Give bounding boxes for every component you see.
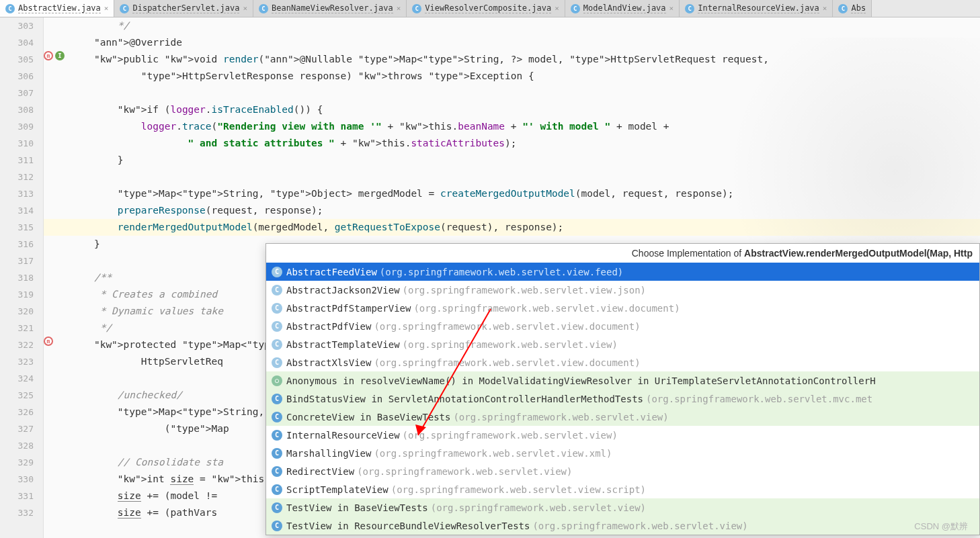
line-number: 310 — [0, 135, 34, 152]
code-line[interactable]: */ — [71, 17, 980, 34]
code-line[interactable]: } — [71, 152, 980, 169]
impl-package: (org.springframework.web.servlet.view.do… — [413, 302, 680, 315]
code-line[interactable] — [71, 85, 980, 101]
close-icon[interactable]: × — [669, 4, 674, 13]
impl-package: (org.springframework.web.servlet.view.js… — [403, 283, 646, 297]
impl-package: (org.springframework.web.servlet.view.do… — [374, 356, 640, 369]
line-number: 305 — [0, 51, 34, 68]
class-icon: C — [685, 4, 694, 13]
close-icon[interactable]: × — [555, 4, 559, 13]
impl-item-abstractjackson2view[interactable]: CAbstractJackson2View (org.springframewo… — [266, 281, 979, 299]
tab-dispatcherservlet-java[interactable]: CDispatcherServlet.java× — [114, 0, 253, 17]
impl-item-scripttemplateview[interactable]: CScriptTemplateView (org.springframework… — [266, 480, 979, 498]
impl-name: AbstractFeedView — [286, 265, 377, 279]
popup-title: Choose Implementation of AbstractView.re… — [266, 244, 979, 263]
impl-item-abstractpdfstamperview[interactable]: CAbstractPdfStamperView (org.springframe… — [266, 299, 979, 317]
impl-item-internalresourceview[interactable]: CInternalResourceView (org.springframewo… — [266, 426, 979, 444]
tab-beannameviewresolver-java[interactable]: CBeanNameViewResolver.java× — [253, 0, 407, 17]
impl-item-marshallingview[interactable]: CMarshallingView (org.springframework.we… — [266, 444, 979, 462]
impl-package: (org.springframework.web.servlet.view) — [532, 519, 747, 533]
tab-abs[interactable]: CAbs — [833, 0, 872, 17]
line-number: 307 — [0, 85, 34, 101]
class-icon: C — [272, 521, 282, 531]
impl-item-testview[interactable]: CTestView in BaseViewTests (org.springfr… — [266, 498, 979, 517]
line-number: 304 — [0, 34, 34, 51]
code-line[interactable]: prepareResponse(request, response); — [71, 202, 980, 219]
line-number: 327 — [0, 420, 34, 437]
impl-name: Anonymous in resolveViewName() in ModelV… — [286, 374, 876, 388]
impl-package: (org.springframework.web.servlet.view) — [453, 410, 668, 424]
line-number: 321 — [0, 320, 34, 337]
line-number: 319 — [0, 286, 34, 303]
class-icon: ○ — [272, 375, 282, 386]
tab-label: BeanNameViewResolver.java — [272, 3, 393, 13]
class-icon: C — [272, 339, 282, 350]
impl-name: BindStatusView in ServletAnnotationContr… — [286, 392, 643, 406]
impl-item-abstractpdfview[interactable]: CAbstractPdfView (org.springframework.we… — [266, 317, 979, 335]
line-number: 326 — [0, 404, 34, 420]
line-number: 323 — [0, 353, 34, 370]
class-icon: C — [272, 357, 282, 368]
impl-name: ScriptTemplateView — [286, 483, 389, 496]
close-icon[interactable]: × — [104, 4, 109, 13]
tab-viewresolvercomposite-java[interactable]: CViewResolverComposite.java× — [407, 0, 565, 17]
impl-item-bindstatusview[interactable]: CBindStatusView in ServletAnnotationCont… — [266, 390, 979, 408]
class-icon: C — [272, 412, 282, 422]
line-number: 308 — [0, 101, 34, 118]
choose-implementation-popup: Choose Implementation of AbstractView.re… — [266, 243, 980, 535]
impl-item-abstractfeedview[interactable]: CAbstractFeedView (org.springframework.w… — [266, 263, 979, 281]
code-line[interactable]: "ann">@Override — [71, 34, 980, 51]
impl-item-abstractxlsview[interactable]: CAbstractXlsView (org.springframework.we… — [266, 353, 979, 371]
tab-label: DispatcherServlet.java — [132, 3, 239, 13]
tab-internalresourceview-java[interactable]: CInternalResourceView.java× — [680, 0, 833, 17]
class-icon: C — [838, 4, 848, 13]
impl-item-redirectview[interactable]: CRedirectView (org.springframework.web.s… — [266, 462, 979, 480]
tab-label: AbstractView.java — [18, 3, 101, 13]
impl-item-anonymous[interactable]: ○Anonymous in resolveViewName() in Model… — [266, 371, 979, 390]
line-number: 312 — [0, 169, 34, 185]
tab-abstractview-java[interactable]: CAbstractView.java× — [0, 0, 114, 17]
impl-package: (org.springframework.web.servlet.view) — [403, 429, 618, 442]
impl-item-abstracttemplateview[interactable]: CAbstractTemplateView (org.springframewo… — [266, 335, 979, 353]
code-line[interactable]: logger.trace("Rendering view with name '… — [71, 118, 980, 135]
class-icon: C — [259, 4, 268, 13]
code-line[interactable]: "kw">if (logger.isTraceEnabled()) { — [71, 101, 980, 118]
impl-item-testview[interactable]: CTestView in ResourceBundleViewResolverT… — [266, 517, 979, 535]
code-line[interactable]: renderMergedOutputModel(mergedModel, get… — [44, 219, 980, 236]
line-number: 332 — [0, 504, 34, 521]
line-number: 322 — [0, 337, 34, 353]
close-icon[interactable]: × — [243, 4, 247, 13]
impl-package: (org.springframework.web.servlet.view) — [403, 338, 618, 351]
code-line[interactable]: "type">HttpServletResponse response) "kw… — [71, 68, 980, 85]
class-icon: C — [272, 267, 282, 277]
tab-modelandview-java[interactable]: CModelAndView.java× — [565, 0, 680, 17]
line-number: 317 — [0, 253, 34, 269]
class-icon: C — [272, 285, 282, 296]
impl-package: (org.springframework.web.servlet.view.xm… — [374, 447, 612, 460]
class-icon: C — [272, 466, 282, 477]
watermark: CSDN @默辨 — [914, 521, 968, 533]
code-line[interactable]: " and static attributes " + "kw">this.st… — [71, 135, 980, 152]
code-line[interactable] — [71, 169, 980, 185]
class-icon: C — [120, 4, 129, 13]
impl-name: MarshallingView — [286, 447, 371, 460]
code-line[interactable]: "kw">public "kw">void render("ann">@Null… — [71, 51, 980, 68]
code-line[interactable]: "type">Map<"type">String, "type">Object>… — [71, 185, 980, 202]
class-icon: C — [272, 321, 282, 332]
line-number: 329 — [0, 454, 34, 471]
close-icon[interactable]: × — [823, 4, 827, 13]
tab-label: Abs — [851, 3, 866, 13]
tab-label: ViewResolverComposite.java — [425, 3, 551, 13]
impl-package: (org.springframework.web.servlet.view.fe… — [380, 265, 623, 279]
class-icon: C — [272, 484, 282, 495]
close-icon[interactable]: × — [397, 4, 401, 13]
editor-tabbar: CAbstractView.java×CDispatcherServlet.ja… — [0, 0, 980, 17]
line-number: 303 — [0, 17, 34, 34]
line-number: 306 — [0, 68, 34, 85]
line-number: 314 — [0, 202, 34, 219]
impl-name: ConcreteView in BaseViewTests — [286, 410, 450, 424]
impl-name: AbstractTemplateView — [286, 338, 400, 351]
line-number: 309 — [0, 118, 34, 135]
impl-item-concreteview[interactable]: CConcreteView in BaseViewTests (org.spri… — [266, 408, 979, 426]
tab-label: ModelAndView.java — [583, 3, 666, 13]
